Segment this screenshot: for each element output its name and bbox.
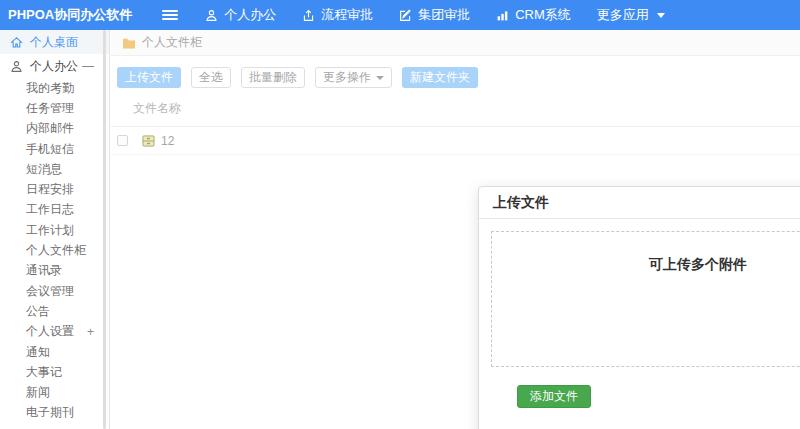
sidebar-item-ejournal[interactable]: 电子期刊: [0, 403, 109, 423]
sidebar-item-label: 我的考勤: [26, 80, 74, 97]
sidebar-item-label: 通知: [26, 344, 50, 361]
nav-label: CRM系统: [515, 6, 571, 24]
sidebar-item-personal-settings[interactable]: 个人设置 +: [0, 322, 109, 342]
sidebar-item-label: 个人桌面: [30, 34, 78, 51]
more-actions-button[interactable]: 更多操作: [315, 67, 392, 88]
sidebar-item-announcement[interactable]: 公告: [0, 301, 109, 321]
sidebar-item-task-manage[interactable]: 任务管理: [0, 98, 109, 118]
sidebar-item-label: 工作日志: [26, 201, 74, 218]
sidebar-item-label: 公告: [26, 303, 50, 320]
sidebar-item-phone-sms[interactable]: 手机短信: [0, 139, 109, 159]
add-file-button[interactable]: 添加文件: [517, 385, 591, 408]
sidebar-item-internal-mail[interactable]: 内部邮件: [0, 119, 109, 139]
breadcrumb-label: 个人文件柜: [142, 34, 202, 51]
upload-box-icon: [302, 9, 315, 22]
batch-delete-button[interactable]: 批量删除: [241, 67, 305, 88]
dialog-title: 上传文件: [479, 187, 800, 219]
menu-hamburger-icon[interactable]: [162, 8, 178, 22]
sidebar-item-meeting-manage[interactable]: 会议管理: [0, 281, 109, 301]
dialog-actions: 添加文件: [517, 385, 800, 408]
breadcrumb: 个人文件柜: [111, 30, 800, 56]
more-actions-label: 更多操作: [323, 69, 371, 86]
nav-more-apps[interactable]: 更多应用: [584, 0, 678, 30]
sidebar-item-label: 内部邮件: [26, 120, 74, 137]
sidebar-item-label: 个人设置: [26, 323, 74, 340]
select-all-button[interactable]: 全选: [191, 67, 231, 88]
sidebar-item-work-plan[interactable]: 工作计划: [0, 220, 109, 240]
sidebar-item-label: 日程安排: [26, 181, 74, 198]
upload-dropzone[interactable]: 可上传多个附件: [491, 231, 800, 367]
sidebar-item-attendance[interactable]: 我的考勤: [0, 78, 109, 98]
sidebar-item-short-message[interactable]: 短消息: [0, 159, 109, 179]
row-checkbox[interactable]: [117, 135, 128, 146]
sidebar-item-schedule[interactable]: 日程安排: [0, 179, 109, 199]
topbar: PHPOA协同办公软件 个人办公 流程审批 集团审批 CRM系统: [0, 0, 800, 30]
table-row[interactable]: 12: [111, 127, 800, 155]
cabinet-icon: [142, 135, 155, 147]
sidebar-item-label: 手机短信: [26, 141, 74, 158]
sidebar-item-news[interactable]: 新闻: [0, 382, 109, 402]
sidebar-scrollbar[interactable]: [103, 30, 106, 429]
upload-dialog: 上传文件 可上传多个附件 添加文件: [478, 186, 800, 429]
folder-icon: [122, 37, 136, 49]
sidebar-item-label: 工作计划: [26, 222, 74, 239]
caret-down-icon: [376, 76, 384, 80]
sidebar-item-notice[interactable]: 通知: [0, 342, 109, 362]
topbar-nav: 个人办公 流程审批 集团审批 CRM系统 更多应用: [192, 0, 678, 30]
sidebar-item-personal-office[interactable]: 个人办公 —: [0, 54, 109, 78]
file-name: 12: [161, 134, 174, 148]
nav-workflow-approval[interactable]: 流程审批: [289, 0, 386, 30]
sidebar: 个人桌面 个人办公 — 我的考勤 任务管理 内部邮件 手机短信 短消息 日程安排…: [0, 30, 110, 429]
sidebar-item-work-log[interactable]: 工作日志: [0, 200, 109, 220]
sidebar-item-label: 个人文件柜: [26, 242, 86, 259]
nav-label: 个人办公: [224, 6, 276, 24]
new-folder-button[interactable]: 新建文件夹: [402, 67, 478, 88]
dropzone-hint: 可上传多个附件: [649, 256, 747, 272]
sidebar-item-label: 会议管理: [26, 283, 74, 300]
expand-icon[interactable]: +: [87, 326, 94, 338]
collapse-icon[interactable]: —: [82, 60, 94, 72]
nav-label: 更多应用: [597, 6, 649, 24]
dialog-body: 可上传多个附件 添加文件: [479, 219, 800, 429]
sidebar-item-label: 电子期刊: [26, 404, 74, 421]
sidebar-item-label: 个人办公: [30, 58, 78, 75]
sidebar-item-label: 短消息: [26, 161, 62, 178]
caret-down-icon: [657, 13, 665, 18]
nav-crm[interactable]: CRM系统: [483, 0, 584, 30]
bar-chart-icon: [496, 9, 509, 22]
nav-personal-office[interactable]: 个人办公: [192, 0, 289, 30]
sidebar-item-desktop[interactable]: 个人桌面: [0, 30, 109, 54]
sidebar-item-contacts[interactable]: 通讯录: [0, 261, 109, 281]
sidebar-item-file-cabinet[interactable]: 个人文件柜: [0, 240, 109, 260]
sidebar-item-label: 新闻: [26, 384, 50, 401]
user-icon: [205, 9, 218, 22]
edit-icon: [399, 9, 412, 22]
app-title: PHPOA协同办公软件: [0, 6, 132, 24]
sidebar-item-label: 通讯录: [26, 262, 62, 279]
nav-group-approval[interactable]: 集团审批: [386, 0, 483, 30]
toolbar: 上传文件 全选 批量删除 更多操作 新建文件夹: [111, 56, 800, 98]
sidebar-item-memorabilia[interactable]: 大事记: [0, 362, 109, 382]
sidebar-item-label: 任务管理: [26, 100, 74, 117]
table-header-filename: 文件名称: [111, 98, 800, 127]
home-icon: [10, 36, 23, 49]
upload-file-button[interactable]: 上传文件: [117, 67, 181, 88]
nav-label: 流程审批: [321, 6, 373, 24]
nav-label: 集团审批: [418, 6, 470, 24]
person-icon: [10, 60, 23, 73]
sidebar-item-label: 大事记: [26, 364, 62, 381]
